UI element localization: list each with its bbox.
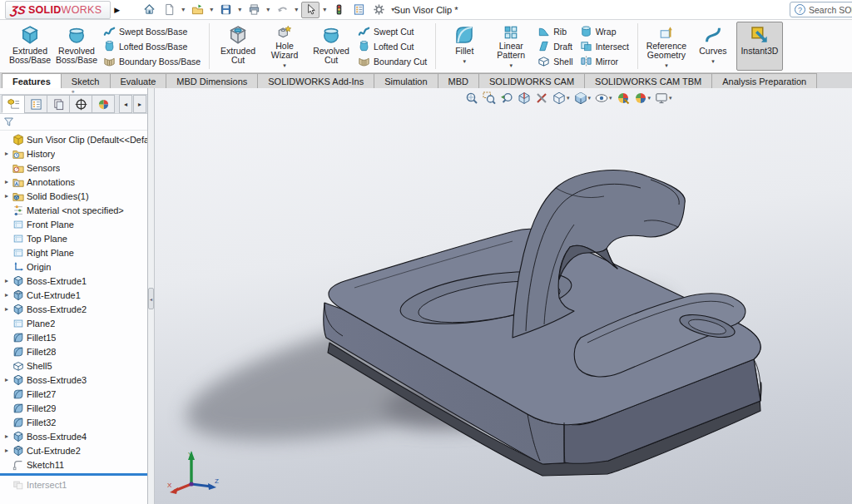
tab-mbd[interactable]: MBD [438, 73, 479, 88]
tree-item-history[interactable]: ▸ History [0, 146, 147, 161]
fillet-button[interactable]: Fillet [441, 22, 488, 71]
help-icon[interactable]: ? [795, 4, 805, 15]
boundary-cut-button[interactable]: Boundary Cut [356, 55, 428, 67]
reference-geometry-button[interactable]: Reference Geometry [643, 22, 690, 71]
tab-solidworks-add-ins[interactable]: SOLIDWORKS Add-Ins [257, 73, 374, 88]
wrap-button[interactable]: Wrap [578, 25, 631, 37]
draft-button[interactable]: Draft [536, 40, 574, 52]
panel-tab-scroll-right[interactable]: ▸ [133, 95, 146, 113]
tree-item-fillet29[interactable]: Fillet29 [0, 401, 147, 415]
dropdown-arrow[interactable]: ▾ [609, 95, 612, 101]
tab-solidworks-cam-tbm[interactable]: SOLIDWORKS CAM TBM [584, 73, 712, 88]
panel-splitter[interactable]: ◂ [148, 88, 155, 504]
tree-item-solid-bodies-1[interactable]: ▸ Solid Bodies(1) [0, 189, 147, 203]
new-dropdown-arrow[interactable]: ▾ [181, 6, 185, 13]
instant3d-button[interactable]: Instant3D [736, 22, 783, 71]
home-button[interactable] [140, 2, 158, 18]
dropdown-arrow[interactable]: ▾ [669, 95, 672, 101]
open-dropdown-arrow[interactable]: ▾ [210, 6, 213, 13]
dropdown-arrow[interactable]: ▾ [648, 95, 651, 101]
select-dropdown-arrow[interactable]: ▾ [323, 6, 326, 13]
tree-item-boss-extrude2[interactable]: ▸ Boss-Extrude2 [0, 302, 147, 316]
display-style-button[interactable]: ▾ [573, 91, 592, 106]
hide-show-items-button[interactable]: ▾ [594, 91, 613, 106]
tab-analysis-preparation[interactable]: Analysis Preparation [711, 73, 817, 88]
open-button[interactable] [188, 2, 206, 18]
zoom-to-fit-button[interactable] [464, 91, 479, 106]
tab-displaymanager[interactable] [92, 95, 115, 113]
tree-filter[interactable] [0, 114, 147, 131]
tab-evaluate[interactable]: Evaluate [110, 73, 167, 88]
solidworks-logo[interactable]: ƷS SOLIDWORKS [5, 1, 111, 19]
previous-view-button[interactable] [499, 91, 514, 106]
tab-propertymanager[interactable] [24, 95, 47, 113]
view-settings-button[interactable]: ▾ [654, 91, 673, 106]
tab-features[interactable]: Features [2, 73, 62, 88]
search-input[interactable]: Search SOLIDW [809, 5, 852, 15]
save-dropdown-arrow[interactable]: ▾ [238, 6, 241, 13]
select-tool-button[interactable] [301, 2, 320, 18]
tree-item-annotations[interactable]: ▸ Annotations [0, 175, 147, 189]
file-properties-button[interactable] [349, 2, 368, 18]
tree-item-material-not-specified[interactable]: Material <not specified> [0, 203, 147, 217]
boundary-boss-base-button[interactable]: Boundary Boss/Base [102, 55, 202, 67]
tab-solidworks-cam[interactable]: SOLIDWORKS CAM [478, 73, 585, 88]
panel-tab-scroll-left[interactable]: ◂ [119, 95, 132, 113]
tab-simulation[interactable]: Simulation [374, 73, 438, 88]
hole-wizard-button[interactable]: Hole Wizard [261, 22, 308, 71]
tab-sketch[interactable]: Sketch [61, 73, 111, 88]
tree-item-right-plane[interactable]: Right Plane [0, 245, 147, 259]
swept-boss-base-button[interactable]: Swept Boss/Base [102, 25, 202, 37]
tab-dimxpertmanager[interactable] [69, 95, 92, 113]
search-box[interactable]: ? Search SOLIDW [790, 2, 852, 17]
tree-item-boss-extrude4[interactable]: ▸ Boss-Extrude4 [0, 429, 147, 443]
tree-item-front-plane[interactable]: Front Plane [0, 217, 147, 231]
rollback-bar[interactable] [0, 473, 147, 476]
tree-root-sun-visor-clip[interactable]: Sun Visor Clip (Default<<Default> [0, 132, 147, 146]
tree-item-fillet32[interactable]: Fillet32 [0, 415, 147, 429]
intersect-button[interactable]: Intersect [578, 40, 631, 52]
tree-item-intersect1[interactable]: Intersect1 [0, 477, 147, 492]
tree-item-sketch11[interactable]: Sketch11 [0, 457, 147, 472]
tree-item-cut-extrude2[interactable]: ▸ Cut-Extrude2 [0, 443, 147, 457]
tree-item-boss-extrude1[interactable]: ▸ Boss-Extrude1 [0, 274, 147, 288]
panel-grip[interactable]: ● [0, 88, 147, 94]
graphics-viewport[interactable]: ▾ ▾ ▾ ▾ ▾ Y X Z [155, 88, 852, 504]
view-orientation-button[interactable]: ▾ [552, 91, 571, 106]
lofted-cut-button[interactable]: Lofted Cut [356, 40, 428, 52]
mirror-button[interactable]: Mirror [578, 55, 631, 67]
extruded-cut-button[interactable]: Extruded Cut [215, 22, 261, 71]
rebuild-button[interactable] [329, 2, 348, 18]
tree-item-fillet15[interactable]: Fillet15 [0, 330, 147, 344]
panel-collapse-handle[interactable]: ◂ [148, 288, 154, 309]
tree-item-boss-extrude3[interactable]: ▸ Boss-Extrude3 [0, 373, 147, 387]
tree-item-cut-extrude1[interactable]: ▸ Cut-Extrude1 [0, 288, 147, 302]
options-dropdown-arrow[interactable]: ▾ [391, 6, 394, 13]
lofted-boss-base-button[interactable]: Lofted Boss/Base [102, 40, 202, 52]
dropdown-arrow[interactable]: ▾ [567, 95, 570, 101]
curves-button[interactable]: Curves [690, 22, 736, 71]
new-document-button[interactable] [160, 2, 178, 18]
section-view-button[interactable] [517, 91, 532, 106]
model-sun-visor-clip[interactable] [155, 88, 852, 504]
linear-pattern-button[interactable]: Linear Pattern [488, 22, 534, 71]
tree-item-top-plane[interactable]: Top Plane [0, 231, 147, 245]
dynamic-annotation-button[interactable] [534, 91, 549, 106]
tree-item-fillet27[interactable]: Fillet27 [0, 387, 147, 401]
extruded-boss-base-button[interactable]: Extruded Boss/Base [7, 22, 53, 71]
edit-appearance-button[interactable] [616, 91, 631, 106]
options-button[interactable] [369, 2, 388, 18]
dropdown-arrow[interactable]: ▾ [588, 95, 592, 101]
save-button[interactable] [216, 2, 235, 18]
rib-button[interactable]: Rib [536, 25, 574, 37]
print-dropdown-arrow[interactable]: ▾ [266, 6, 270, 13]
undo-dropdown-arrow[interactable]: ▾ [295, 6, 298, 13]
revolved-boss-base-button[interactable]: Revolved Boss/Base [53, 22, 100, 71]
print-button[interactable] [245, 2, 263, 18]
tree-item-sensors[interactable]: Sensors [0, 161, 147, 175]
apply-scene-button[interactable]: ▾ [633, 91, 652, 106]
tree-item-origin[interactable]: Origin [0, 259, 147, 274]
tab-featuremanager[interactable] [2, 95, 25, 113]
tree-item-fillet28[interactable]: Fillet28 [0, 344, 147, 358]
tree-item-plane2[interactable]: Plane2 [0, 316, 147, 330]
